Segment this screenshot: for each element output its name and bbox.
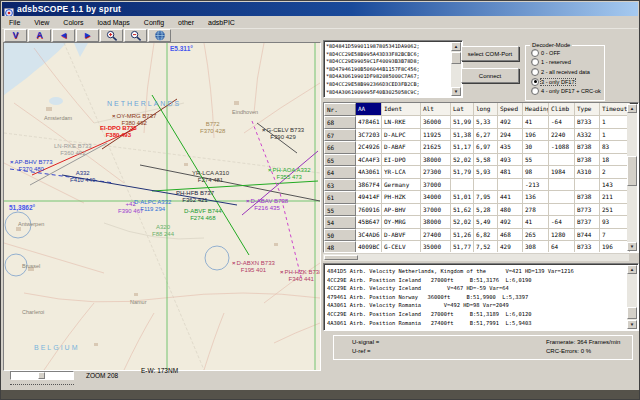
table-row[interactable]: 503C4AD6D-ABVF2740051,266,824682651280B7… bbox=[324, 229, 638, 242]
table-row[interactable]: 654CA4F3EI-DPO3800052,025,5849355B73818 bbox=[324, 154, 638, 167]
table-cell: 27300 bbox=[421, 166, 451, 179]
geo-label-eindhoven: Eindhoven bbox=[232, 109, 258, 115]
decoder-mode-option-3[interactable]: 3 - only DF17 bbox=[526, 77, 604, 87]
menu-item-view[interactable]: View bbox=[27, 18, 56, 27]
map-view[interactable]: E5.311°51,3862°NETHERLANDSBELGIUMAmsterd… bbox=[3, 42, 321, 371]
column-header-nr[interactable]: Nr. bbox=[324, 103, 356, 116]
aircraft-label[interactable]: A320F88 244 bbox=[152, 224, 174, 237]
table-cell: 196 bbox=[600, 241, 630, 253]
scroll-up-icon[interactable]: ▲ bbox=[627, 104, 637, 113]
zoom-in-button[interactable] bbox=[100, 29, 123, 42]
table-cell: 51,79 bbox=[451, 166, 474, 179]
select-com-port-button[interactable]: select COM-Port bbox=[461, 46, 519, 61]
column-header-heading[interactable]: Heading bbox=[523, 103, 549, 116]
column-header-type[interactable]: Type bbox=[575, 103, 600, 116]
menu-item-adsbpic[interactable]: adsbPIC bbox=[201, 18, 242, 27]
world-map-button[interactable] bbox=[148, 29, 171, 42]
menu-item-load-maps[interactable]: load Maps bbox=[91, 18, 137, 27]
column-header-speed[interactable]: Speed bbox=[498, 103, 523, 116]
menu-item-file[interactable]: File bbox=[2, 18, 27, 27]
table-cell: B733 bbox=[575, 116, 600, 129]
scroll-up-icon[interactable]: ▲ bbox=[627, 265, 637, 274]
column-header-climb[interactable]: Climb bbox=[549, 103, 575, 116]
table-row[interactable]: 5445B647OY-MRG3800052,025,4949241-64B737… bbox=[324, 216, 638, 229]
aircraft-label[interactable]: ×G-CELV B733F390 429 bbox=[262, 127, 304, 140]
table-scrollbar[interactable]: ▲ ▼ bbox=[627, 104, 637, 251]
aircraft-label[interactable]: B772F370 428 bbox=[200, 121, 225, 134]
column-header-timeout[interactable]: Timeout bbox=[600, 103, 630, 116]
radio-icon[interactable] bbox=[531, 78, 539, 86]
pan-up-button[interactable]: A bbox=[28, 29, 51, 42]
raw-frames-lines: *8D4841D599011987805341DA9062;*8D4CC29E5… bbox=[326, 43, 450, 95]
table-row[interactable]: 6149414FPH-HZK3400051,017,95441136B73821… bbox=[324, 191, 638, 204]
scrollbar-thumb[interactable] bbox=[324, 255, 358, 260]
aircraft-label[interactable]: ×PH-AOA A332F355 473 bbox=[268, 167, 311, 180]
column-header-alt[interactable]: Alt bbox=[421, 103, 451, 116]
scrollbar-thumb[interactable] bbox=[451, 52, 461, 64]
aircraft-label[interactable]: ×D-ABAV B738F216 435 bbox=[246, 198, 288, 211]
pan-right-button[interactable]: ► bbox=[76, 29, 99, 42]
pan-down-button[interactable]: V bbox=[4, 29, 27, 42]
aircraft-label[interactable]: A332F410 449 bbox=[70, 170, 95, 183]
column-header-long[interactable]: long bbox=[474, 103, 498, 116]
zoom-out-button[interactable] bbox=[124, 29, 147, 42]
table-cell: -213 bbox=[523, 179, 549, 192]
aircraft-label[interactable]: D-ALPC A332F119 294 bbox=[134, 199, 171, 212]
scroll-down-icon[interactable]: ▼ bbox=[451, 87, 461, 96]
scroll-down-icon[interactable]: ▼ bbox=[627, 320, 637, 329]
table-cell: 7 bbox=[600, 229, 630, 242]
table-row[interactable]: 673C7203D-ALPC1192551,386,272941962240A3… bbox=[324, 129, 638, 142]
messages-scrollbar[interactable]: ▲ ▼ bbox=[627, 265, 637, 329]
aircraft-label[interactable]: ×PH-HZK B738F340 441 bbox=[280, 269, 321, 282]
connect-button[interactable]: Connect bbox=[461, 68, 519, 83]
table-cell: 11925 bbox=[421, 129, 451, 142]
decoder-mode-option-0[interactable]: 0 - OFF bbox=[526, 48, 604, 58]
zoom-in-icon bbox=[106, 30, 118, 41]
aircraft-label[interactable]: LN-RKE B733F360 492 bbox=[54, 143, 92, 156]
column-header-ident[interactable]: Ident bbox=[382, 103, 421, 116]
aircraft-label[interactable]: D-ABVF B744F274 468 bbox=[184, 208, 222, 221]
pan-left-button[interactable]: ◄ bbox=[52, 29, 75, 42]
table-row[interactable]: 55760916AP-BHV3700051,625,28480278B77325… bbox=[324, 204, 638, 217]
table-hscrollbar[interactable] bbox=[323, 254, 629, 261]
column-header-lat[interactable]: Lat bbox=[451, 103, 474, 116]
radio-icon[interactable] bbox=[531, 58, 539, 66]
aircraft-label[interactable]: EI-DPO B738F380 493 bbox=[100, 125, 137, 138]
decoder-mode-option-1[interactable]: 1 - reserved bbox=[526, 58, 604, 68]
scrollbar-thumb[interactable] bbox=[627, 156, 637, 186]
aircraft-label[interactable]: YR-LCA A310F274 481 bbox=[192, 170, 229, 183]
title-bar[interactable]: adsbSCOPE 1.1 by sprut bbox=[2, 2, 638, 16]
column-header-aa[interactable]: AA bbox=[356, 103, 382, 116]
aircraft-label[interactable]: ×AP-BHV B773F370 480 bbox=[10, 159, 53, 172]
aircraft-label[interactable]: ×D-ABXN B733F195 401 bbox=[232, 260, 275, 273]
table-cell: 5,28 bbox=[474, 204, 498, 217]
table-cell: 2C4926 bbox=[356, 141, 382, 154]
table-cell: 760916 bbox=[356, 204, 382, 217]
aircraft-label[interactable]: PH-HFB B737F362 421 bbox=[176, 190, 214, 203]
raw-frames-listbox[interactable]: *8D4841D599011987805341DA9062;*8D4CC29E5… bbox=[323, 40, 463, 98]
table-row[interactable]: 633867F4Germany37000-213143 bbox=[324, 179, 638, 192]
scroll-up-icon[interactable]: ▲ bbox=[451, 42, 461, 51]
radio-icon[interactable] bbox=[531, 68, 539, 76]
menu-item-colors[interactable]: Colors bbox=[56, 18, 90, 27]
table-row[interactable]: 484009BCG-CELV3500051,777,5242930864B733… bbox=[324, 241, 638, 253]
table-cell: D-ALPC bbox=[382, 129, 421, 142]
table-row[interactable]: 68478461LN-RKE3600051,995,3349241-64B733… bbox=[324, 116, 638, 129]
decoder-mode-option-4[interactable]: 4 - only DF17 + CRC-ok bbox=[526, 86, 604, 96]
table-cell: 4A3061 bbox=[356, 166, 382, 179]
messages-listbox[interactable]: 4841D5 Airb. Velocity Netherlands, Kingd… bbox=[323, 263, 639, 331]
table-cell: 480 bbox=[498, 204, 523, 217]
menu-item-config[interactable]: Config bbox=[137, 18, 171, 27]
raw-frames-scrollbar[interactable]: ▲ ▼ bbox=[451, 42, 461, 96]
table-row[interactable]: 662C4926D-ABAF2162551,176,9743530-1088B7… bbox=[324, 141, 638, 154]
table-row[interactable]: 644A3061YR-LCA2730051,795,93481981984A31… bbox=[324, 166, 638, 179]
zoom-slider-thumb[interactable] bbox=[38, 372, 45, 379]
zoom-slider[interactable] bbox=[10, 371, 74, 380]
radio-icon[interactable] bbox=[531, 49, 539, 57]
radio-icon[interactable] bbox=[531, 87, 539, 95]
raw-frame-line: *8D4CC29E58B995A43D33F82BCBC6; bbox=[326, 51, 450, 59]
scroll-down-icon[interactable]: ▼ bbox=[627, 242, 637, 251]
decoder-mode-option-2[interactable]: 2 - all received data bbox=[526, 67, 604, 77]
menu-item-other[interactable]: other bbox=[171, 18, 201, 27]
scrollbar-thumb[interactable] bbox=[627, 307, 637, 319]
